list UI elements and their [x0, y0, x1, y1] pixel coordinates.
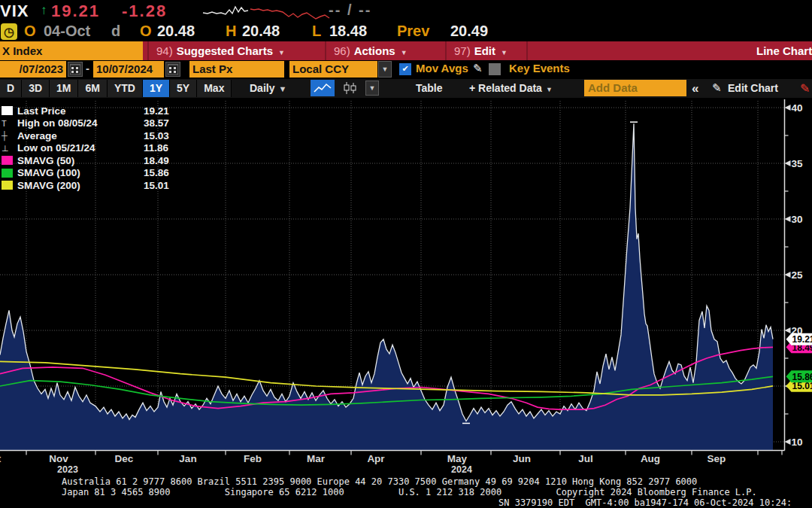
month-label: Feb: [244, 453, 262, 464]
edit-chart-pencil-icon[interactable]: ✎: [712, 81, 722, 95]
legend-value: 19.21: [144, 105, 169, 117]
frequency-flag: d: [111, 23, 120, 40]
currency-selector[interactable]: Local CCY: [289, 61, 377, 78]
mov-avgs-label[interactable]: Mov Avgs: [416, 62, 468, 75]
legend-value: 18.49: [144, 155, 169, 166]
quote-row: VIX ↑ 19.21 -1.28 -- / --: [0, 0, 812, 21]
legend-row-5[interactable]: SMAVG (100)15.86: [2, 167, 189, 180]
date-range-dash: -: [86, 62, 89, 75]
period-button-max[interactable]: Max: [197, 80, 232, 97]
calendar-icon[interactable]: [68, 62, 83, 77]
menu-key-94: 94): [156, 44, 173, 57]
month-label: May: [447, 453, 468, 464]
month-label: Jul: [578, 453, 593, 464]
price-field-selector[interactable]: Last Px: [189, 61, 284, 78]
y-axis-tick: [785, 216, 791, 222]
ohlc-row: ◷ O 04-Oct d O 20.48 H 20.48 L 18.48 Pre…: [0, 21, 812, 41]
legend-row-3[interactable]: ⊥Low on 05/21/2411.86: [2, 142, 189, 155]
legend-row-6[interactable]: SMAVG (200)15.01: [2, 179, 189, 192]
prev-label: Prev: [397, 23, 429, 40]
footer-terminal-info: SN 3379190 EDT GMT-4:00 ba1947-174 06-Oc…: [498, 497, 792, 508]
open-flag: O: [24, 23, 36, 40]
menu-actions[interactable]: 96)Actions▼: [325, 41, 415, 60]
month-label: Sep: [707, 453, 726, 464]
legend-row-0[interactable]: Last Price19.21: [2, 105, 189, 117]
collapse-panel-button[interactable]: «: [692, 80, 698, 97]
period-button-3d[interactable]: 3D: [22, 80, 50, 97]
prev-value: 20.49: [450, 23, 488, 40]
y-axis-tick: [785, 439, 791, 445]
currency-dropdown-button[interactable]: ▼: [378, 61, 392, 78]
menu-edit[interactable]: 97)Edit▼: [445, 41, 515, 60]
chevron-down-icon: ▼: [401, 49, 408, 56]
related-data-dropdown[interactable]: + Related Data▼: [469, 80, 553, 97]
candle-chart-mode-button[interactable]: [338, 80, 361, 96]
chart-type-label: Line Chart: [756, 41, 812, 60]
frequency-dropdown[interactable]: Daily▼: [250, 80, 286, 97]
ticker-symbol: VIX: [0, 2, 29, 21]
year-label: 2024: [451, 464, 472, 475]
y-axis-tick: [785, 272, 791, 278]
period-button-5y[interactable]: 5Y: [170, 80, 197, 97]
legend-swatch-icon: [2, 106, 13, 115]
month-label: Nov: [49, 453, 68, 464]
menu-bar: X Index 94)Suggested Charts▼ 96)Actions▼…: [0, 41, 812, 60]
year-label: 2023: [57, 464, 78, 475]
y-axis-tick: [785, 160, 791, 166]
annotate-pencil-icon[interactable]: ✎: [800, 81, 810, 96]
axis-price-tag-value: 15.01: [792, 381, 812, 391]
y-axis-label: 35: [792, 158, 804, 169]
price-chart[interactable]: 40353025201510OctNovDecJanFebMarAprMayJu…: [0, 98, 812, 476]
legend-value: 15.01: [144, 180, 169, 191]
legend-swatch-icon: [2, 181, 13, 190]
bloomberg-terminal: VIX ↑ 19.21 -1.28 -- / -- ◷ O 04-Oct d O…: [0, 0, 812, 508]
chart-legend: Last Price19.21THigh on 08/05/2438.57┼Av…: [2, 105, 189, 192]
candlestick-icon: [342, 81, 357, 95]
axis-price-tag-value: 15.86: [792, 372, 812, 382]
month-label: Jun: [513, 453, 531, 464]
period-button-6m[interactable]: 6M: [78, 80, 107, 97]
open-value: 20.48: [157, 23, 195, 40]
legend-marker-icon: T: [2, 119, 13, 128]
period-button-1y[interactable]: 1Y: [143, 80, 170, 97]
date-from-field[interactable]: /07/2023: [0, 61, 66, 78]
y-axis-tick: [785, 327, 791, 333]
edit-chart-button[interactable]: Edit Chart: [728, 80, 778, 97]
month-label: Aug: [641, 453, 660, 464]
menu-key-97: 97): [454, 44, 471, 57]
y-axis-label: 25: [792, 269, 804, 281]
table-button[interactable]: Table: [416, 80, 443, 97]
legend-row-2[interactable]: ┼Average15.03: [2, 129, 189, 142]
key-events-checkbox[interactable]: [489, 63, 501, 75]
y-axis-label: 10: [792, 437, 803, 448]
legend-label: SMAVG (50): [17, 155, 144, 166]
y-axis-label: 30: [792, 214, 803, 225]
legend-row-1[interactable]: THigh on 08/05/2438.57: [2, 117, 189, 130]
legend-swatch-icon: [2, 169, 13, 178]
menu-suggested-charts[interactable]: 94)Suggested Charts▼: [147, 41, 292, 60]
legend-label: Last Price: [17, 105, 144, 117]
period-button-d[interactable]: D: [0, 80, 22, 97]
last-price: 19.21: [51, 2, 100, 21]
security-field[interactable]: X Index: [0, 41, 143, 60]
price-change: -1.28: [122, 2, 167, 21]
calendar-icon[interactable]: [165, 62, 180, 77]
legend-marker-icon: ⊥: [2, 144, 13, 153]
legend-row-4[interactable]: SMAVG (50)18.49: [2, 154, 189, 167]
chart-type-dropdown-button[interactable]: ▼: [365, 81, 379, 96]
quote-date: 04-Oct: [44, 23, 90, 40]
period-button-ytd[interactable]: YTD: [108, 80, 143, 97]
period-button-group: D3D1M6MYTD1Y5YMax: [0, 80, 232, 97]
period-button-1m[interactable]: 1M: [50, 80, 78, 97]
add-data-input[interactable]: Add Data: [584, 80, 686, 96]
axis-price-tag-value: 19.21: [792, 334, 812, 345]
date-to-field[interactable]: 10/07/2024: [93, 61, 164, 78]
chevron-down-icon: ▼: [501, 49, 508, 56]
low-label: L: [312, 23, 321, 40]
legend-value: 38.57: [144, 117, 169, 129]
menu-key-96: 96): [334, 44, 350, 57]
line-chart-mode-button[interactable]: [311, 80, 335, 96]
key-events-label[interactable]: Key Events: [509, 62, 570, 75]
mov-avgs-checkbox[interactable]: ✔: [399, 63, 411, 75]
edit-mov-avgs-pencil-icon[interactable]: ✎: [473, 62, 483, 75]
